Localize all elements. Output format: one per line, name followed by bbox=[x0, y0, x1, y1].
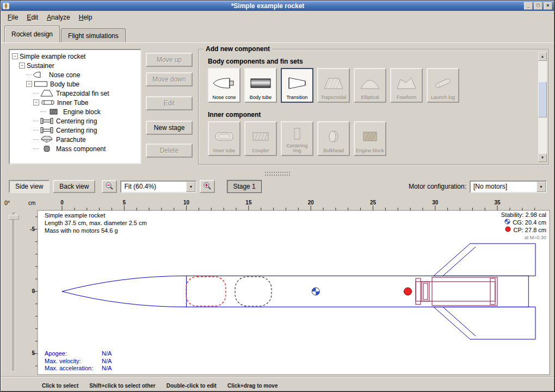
nosecone-icon bbox=[211, 71, 237, 95]
splitter-handle[interactable] bbox=[1, 170, 554, 177]
add-bulkhead-button[interactable]: Bulkhead bbox=[317, 121, 350, 156]
chevron-down-icon[interactable]: ▼ bbox=[536, 182, 546, 192]
centeringring-icon bbox=[40, 117, 54, 125]
maximize-button[interactable]: □ bbox=[534, 2, 542, 10]
tree-expander-icon[interactable]: − bbox=[19, 63, 25, 69]
group-title: Add new component bbox=[203, 45, 272, 53]
stage-1-toggle[interactable]: Stage 1 bbox=[227, 180, 261, 193]
component-button-label: Freeform bbox=[397, 95, 417, 100]
zoom-value: Fit (60.4%) bbox=[121, 183, 186, 190]
rocket-figure-region: 0° cm 05101520253035 -505 bbox=[1, 196, 554, 377]
menu-help[interactable]: Help bbox=[75, 13, 97, 22]
tab-flight-simulations[interactable]: Flight simulations bbox=[61, 28, 126, 42]
engineblock-icon bbox=[47, 108, 61, 115]
chevron-down-icon[interactable]: ▼ bbox=[186, 182, 195, 192]
tree-item-inner-tube[interactable]: −Inner Tube bbox=[12, 98, 140, 107]
menu-analyze[interactable]: Analyze bbox=[42, 13, 75, 22]
cg-marker[interactable] bbox=[312, 288, 319, 295]
trapezoidal-icon bbox=[320, 71, 347, 95]
action-buttons: Move upMove downEditNew stageDelete bbox=[146, 53, 193, 158]
freeform-icon bbox=[393, 71, 420, 95]
tree-item-centering-ring[interactable]: Centering ring bbox=[12, 116, 140, 126]
view-toolbar: Side view Back view Fit (60.4%) ▼ Stage … bbox=[1, 177, 554, 196]
mass-icon bbox=[40, 145, 54, 152]
zoom-in-button[interactable] bbox=[200, 180, 215, 193]
add-coupler-button[interactable]: Coupler bbox=[244, 121, 277, 156]
flight-row-apogee: Apogee:N/A bbox=[45, 350, 112, 358]
scroll-up-icon[interactable]: ▲ bbox=[538, 52, 547, 61]
tree-connector bbox=[33, 130, 39, 130]
new-stage-button[interactable]: New stage bbox=[146, 121, 193, 135]
add-launch-lug-button[interactable]: Launch lug bbox=[427, 68, 459, 103]
titlebar[interactable]: *Simple example rocket _ □ × bbox=[1, 1, 554, 11]
menu-edit[interactable]: Edit bbox=[22, 13, 42, 22]
tree-expander-icon[interactable]: − bbox=[33, 99, 39, 105]
tree-item-label: Centering ring bbox=[56, 117, 97, 125]
component-button-row: Inner tubeCouplerCentering ringBulkheadE… bbox=[208, 121, 534, 156]
component-sections: Body components and fin setsNose coneBod… bbox=[199, 50, 548, 156]
rocket-mass: Mass with no motors 54.6 g bbox=[45, 227, 147, 234]
component-scrollbar[interactable]: ▲ ▼ bbox=[538, 52, 547, 162]
tab-rocket-design[interactable]: Rocket design bbox=[4, 26, 60, 42]
zoom-out-button[interactable] bbox=[102, 180, 117, 193]
centeringring-icon bbox=[40, 127, 54, 134]
component-button-row: Nose coneBody tubeTransitionTrapezoidalE… bbox=[208, 68, 534, 103]
tree-item-nose-cone[interactable]: Nose cone bbox=[12, 70, 140, 79]
add-centering-ring-button[interactable]: Centering ring bbox=[281, 121, 313, 156]
component-button-label: Body tube bbox=[250, 95, 272, 100]
minimize-button[interactable]: _ bbox=[524, 2, 533, 10]
tree-item-parachute[interactable]: Parachute bbox=[12, 135, 140, 144]
cp-readout: CP: 27.8 cm bbox=[501, 226, 546, 234]
cp-marker[interactable] bbox=[404, 288, 412, 295]
motor-config-value: [No motors] bbox=[471, 183, 536, 190]
move-down-button[interactable]: Move down bbox=[146, 72, 193, 86]
zoom-out-icon bbox=[105, 182, 114, 192]
tree-item-body-tube[interactable]: −Body tube bbox=[12, 79, 140, 89]
scroll-down-icon[interactable]: ▼ bbox=[538, 153, 547, 162]
transition-icon bbox=[284, 71, 310, 95]
section-label-inner-component: Inner component bbox=[208, 111, 534, 119]
tree-item-sustainer[interactable]: −Sustainer bbox=[12, 61, 140, 70]
cg-readout: CG: 20.4 cm bbox=[501, 219, 546, 226]
add-engine-block-button[interactable]: Engine block bbox=[354, 121, 386, 156]
figure-canvas[interactable] bbox=[38, 210, 550, 375]
add-inner-tube-button[interactable]: Inner tube bbox=[208, 121, 240, 156]
tree-item-engine-block[interactable]: Engine block bbox=[12, 107, 140, 116]
scrollbar-track[interactable] bbox=[538, 61, 547, 153]
add-transition-button[interactable]: Transition bbox=[281, 68, 313, 103]
tree-connector bbox=[40, 111, 46, 112]
add-trapezoidal-button[interactable]: Trapezoidal bbox=[317, 68, 350, 103]
add-freeform-button[interactable]: Freeform bbox=[390, 68, 423, 103]
tree-item-mass-component[interactable]: Mass component bbox=[12, 144, 140, 153]
ruler-label: 25 bbox=[370, 200, 377, 206]
menu-file[interactable]: File bbox=[3, 13, 22, 22]
move-up-button[interactable]: Move up bbox=[146, 53, 193, 67]
rotation-slider-thumb[interactable] bbox=[9, 215, 19, 220]
tree-item-label: Centering ring bbox=[56, 127, 97, 134]
close-button[interactable]: × bbox=[544, 2, 552, 10]
add-elliptical-button[interactable]: Elliptical bbox=[354, 68, 386, 103]
delete-button[interactable]: Delete bbox=[146, 144, 193, 158]
tree-expander-icon[interactable]: − bbox=[12, 53, 18, 59]
tree-item-simple-example-rocket[interactable]: −Simple example rocket bbox=[12, 52, 140, 61]
rotation-slider[interactable] bbox=[13, 213, 15, 371]
back-view-button[interactable]: Back view bbox=[53, 180, 95, 193]
innertube-icon bbox=[41, 99, 55, 106]
side-view-button[interactable]: Side view bbox=[9, 180, 50, 193]
tree-item-trapezoidal-fin-set[interactable]: Trapezoidal fin set bbox=[12, 89, 140, 98]
flight-row-max-acceleration: Max. acceleration:N/A bbox=[45, 365, 112, 372]
motor-config-select[interactable]: [No motors] ▼ bbox=[470, 181, 547, 193]
zoom-select[interactable]: Fit (60.4%) ▼ bbox=[120, 181, 196, 193]
tree-item-centering-ring[interactable]: Centering ring bbox=[12, 126, 140, 135]
window-controls: _ □ × bbox=[524, 2, 552, 10]
add-nose-cone-button[interactable]: Nose cone bbox=[208, 68, 240, 103]
scrollbar-thumb[interactable] bbox=[538, 82, 547, 117]
add-body-tube-button[interactable]: Body tube bbox=[244, 68, 277, 103]
tree-expander-icon[interactable]: − bbox=[26, 81, 32, 87]
component-button-label: Transition bbox=[286, 95, 307, 100]
elliptical-icon bbox=[357, 71, 383, 95]
add-component-group: Add new component Body components and fi… bbox=[198, 49, 550, 165]
edit-button[interactable]: Edit bbox=[146, 96, 193, 110]
rotation-angle-label: 0° bbox=[4, 200, 10, 206]
flight-value: N/A bbox=[102, 350, 112, 358]
